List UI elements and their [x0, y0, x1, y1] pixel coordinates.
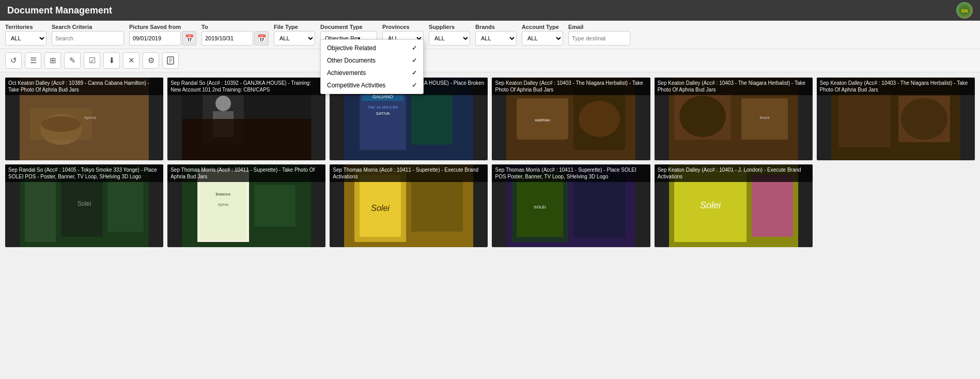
search-criteria-group: Search Criteria	[52, 24, 124, 46]
territories-label: Territories	[5, 24, 46, 30]
file-type-label: File Type	[274, 24, 315, 30]
card-title-4: Sep Keaton Dalley (Acc# : 10403 - The Ni…	[492, 78, 650, 95]
svg-text:THC 14-16% 2.8%: THC 14-16% 2.8%	[368, 105, 398, 109]
account-type-select[interactable]: ALL	[522, 31, 563, 46]
brands-select[interactable]: ALL	[475, 31, 517, 46]
gallery-card-2[interactable]: Sep Randal So (Acc# : 10392 - GANJIKA HO…	[167, 78, 325, 160]
date-from-input[interactable]	[129, 31, 181, 46]
svg-point-28	[579, 101, 620, 137]
svg-rect-48	[254, 185, 295, 226]
app-header: Document Management SN	[0, 0, 980, 21]
svg-text:SN: SN	[961, 8, 968, 13]
svg-text:Solei: Solei	[77, 200, 91, 207]
date-to-wrapper: 📅	[201, 31, 269, 46]
svg-text:SATIVA: SATIVA	[376, 111, 391, 116]
doctype-item-other-documents[interactable]: Other Documents ✓	[321, 54, 423, 67]
app-logo: SN	[956, 2, 973, 19]
document-type-dropdown: Objective Related ✓ Other Documents ✓ Ac…	[320, 39, 424, 94]
email-input[interactable]	[568, 31, 630, 46]
filter-bar: Territories ALL Search Criteria Picture …	[0, 21, 980, 49]
svg-text:Aphria: Aphria	[84, 115, 97, 120]
doctype-check-achievements: ✓	[412, 69, 417, 77]
edit-button[interactable]: ✎	[64, 52, 81, 69]
doctype-item-objective-related[interactable]: Objective Related ✓	[321, 42, 423, 54]
card-title-7: Sep Randal So (Acc# : 10405 - Tokyo Smok…	[5, 164, 163, 182]
email-label: Email	[568, 24, 630, 30]
list-view-button[interactable]: ☰	[25, 52, 41, 69]
svg-rect-10	[30, 109, 92, 140]
gallery-card-10[interactable]: Sep Thomas Morris (Acc# : 10411 - Supere…	[492, 164, 650, 247]
doctype-label-objective-related: Objective Related	[327, 44, 376, 52]
date-from-label: Picture Saved from	[129, 24, 196, 30]
doctype-check-objective-related: ✓	[412, 44, 417, 52]
refresh-button[interactable]: ↺	[5, 52, 22, 69]
doctype-label-other-documents: Other Documents	[327, 57, 376, 64]
svg-text:SOLEI: SOLEI	[534, 205, 547, 209]
gallery-card-9[interactable]: Sep Thomas Morris (Acc# : 10411 - Supere…	[330, 164, 488, 247]
suppliers-select[interactable]: ALL	[429, 31, 470, 46]
document-type-label: Document Type	[320, 24, 377, 30]
approve-button[interactable]: ☑	[84, 52, 100, 69]
svg-point-14	[215, 96, 231, 111]
date-to-input[interactable]	[201, 31, 253, 46]
svg-text:Solei: Solei	[700, 200, 721, 210]
date-to-group: To 📅	[201, 24, 269, 46]
card-title-9: Sep Thomas Morris (Acc# : 10411 - Supere…	[330, 164, 488, 182]
svg-text:Aphria: Aphria	[218, 203, 228, 207]
brands-group: Brands ALL	[475, 24, 517, 46]
svg-text:Solei: Solei	[371, 204, 390, 213]
gallery-card-8[interactable]: Sep Thomas Morris (Acc# : 10411 - Supere…	[167, 164, 325, 247]
doctype-item-competitive-activities[interactable]: Competitive Activities ✓	[321, 79, 423, 92]
svg-rect-58	[574, 175, 626, 237]
toolbar: ↺ ☰ ⊞ ✎ ☑ ⬇ ✕ ⚙	[0, 49, 980, 72]
gallery-card-11[interactable]: Sep Keaton Dalley (Acc# : 10401 - J. Lon…	[655, 164, 813, 247]
report-button[interactable]	[162, 52, 179, 69]
email-group: Email	[568, 24, 630, 46]
date-from-group: Picture Saved from 📅	[129, 24, 196, 46]
suppliers-label: Suppliers	[429, 24, 470, 30]
search-input[interactable]	[52, 31, 124, 46]
svg-text:Balance: Balance	[216, 192, 231, 196]
doctype-check-other-documents: ✓	[412, 57, 417, 64]
date-to-calendar-button[interactable]: 📅	[254, 31, 269, 46]
svg-rect-35	[839, 90, 891, 147]
card-title-1: Oct Keaton Dalley (Acc# : 10389 - Canna …	[5, 78, 163, 95]
doctype-check-competitive-activities: ✓	[412, 82, 417, 89]
svg-rect-53	[411, 180, 463, 232]
territories-group: Territories ALL	[5, 24, 46, 46]
gallery: Oct Keaton Dalley (Acc# : 10389 - Canna …	[0, 72, 980, 252]
doctype-item-achievements[interactable]: Achievements ✓	[321, 67, 423, 79]
gallery-card-4[interactable]: Sep Keaton Dalley (Acc# : 10403 - The Ni…	[492, 78, 650, 160]
brands-label: Brands	[475, 24, 517, 30]
card-title-2: Sep Randal So (Acc# : 10392 - GANJIKA HO…	[167, 78, 325, 95]
account-type-label: Account Type	[522, 24, 563, 30]
gallery-card-6[interactable]: Sep Keaton Dalley (Acc# : 10403 - The Ni…	[817, 78, 975, 160]
file-type-select[interactable]: ALL	[274, 31, 315, 46]
svg-text:HARRAH: HARRAH	[535, 118, 551, 122]
delete-button[interactable]: ✕	[123, 52, 139, 69]
card-title-8: Sep Thomas Morris (Acc# : 10411 - Supere…	[167, 164, 325, 182]
settings-button[interactable]: ⚙	[143, 52, 159, 69]
gallery-card-5[interactable]: Sep Keaton Dalley (Acc# : 10403 - The Ni…	[655, 78, 813, 160]
doctype-label-achievements: Achievements	[327, 69, 366, 77]
search-criteria-label: Search Criteria	[52, 24, 124, 30]
card-title-11: Sep Keaton Dalley (Acc# : 10401 - J. Lon…	[655, 164, 813, 182]
grid-view-button[interactable]: ⊞	[44, 52, 61, 69]
account-type-group: Account Type ALL	[522, 24, 563, 46]
card-title-10: Sep Thomas Morris (Acc# : 10411 - Supere…	[492, 164, 650, 182]
gallery-card-7[interactable]: Sep Randal So (Acc# : 10405 - Tokyo Smok…	[5, 164, 163, 247]
svg-point-31	[679, 96, 726, 137]
svg-rect-41	[107, 180, 144, 232]
date-to-label: To	[201, 24, 269, 30]
app-title: Document Management	[7, 5, 112, 16]
gallery-card-1[interactable]: Oct Keaton Dalley (Acc# : 10389 - Canna …	[5, 78, 163, 160]
download-button[interactable]: ⬇	[103, 52, 120, 69]
doctype-label-competitive-activities: Competitive Activities	[327, 82, 385, 89]
svg-rect-62	[752, 175, 793, 237]
card-title-6: Sep Keaton Dalley (Acc# : 10403 - The Ni…	[817, 78, 975, 95]
territories-select[interactable]: ALL	[5, 31, 46, 46]
document-type-group: Document Type Objective Re▾ Objective Re…	[320, 24, 377, 46]
card-title-5: Sep Keaton Dalley (Acc# : 10403 - The Ni…	[655, 78, 813, 95]
date-from-calendar-button[interactable]: 📅	[182, 31, 196, 46]
date-from-wrapper: 📅	[129, 31, 196, 46]
